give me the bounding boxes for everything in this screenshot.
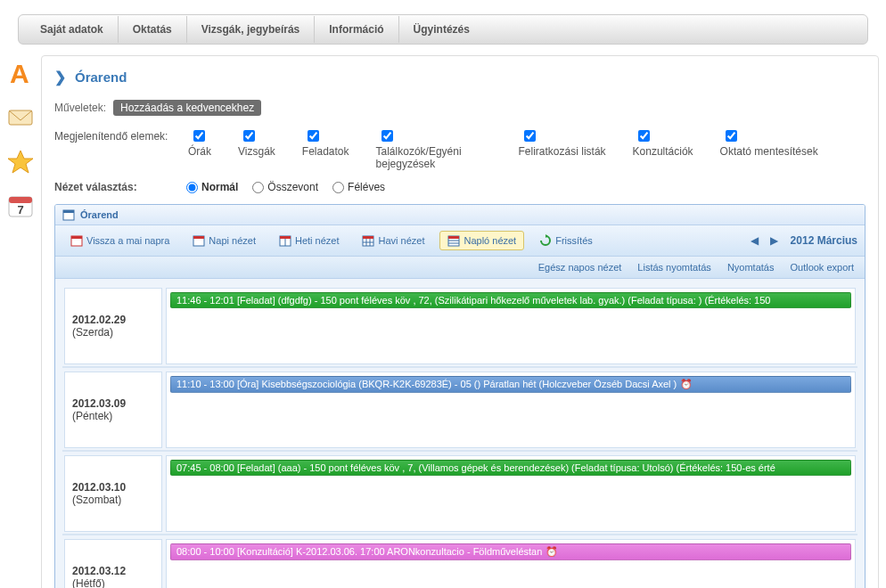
day-row: 2012.03.12(Hétfő)08:00 - 10:00 [Konzultá… — [62, 537, 857, 588]
view-radio[interactable] — [332, 182, 344, 193]
calendar-icon — [362, 234, 374, 247]
calendar-panel: Órarend Vissza a mai napra Napi nézet He… — [54, 204, 865, 588]
calendar-toolbar: Vissza a mai napra Napi nézet Heti nézet… — [55, 225, 865, 257]
view-radio-option[interactable]: Normál — [186, 181, 238, 193]
view-radio[interactable] — [252, 182, 264, 193]
event-bar[interactable]: 11:10 - 13:00 [Óra] Kisebbségszociológia… — [170, 376, 851, 393]
filter-label: Feladatok — [302, 145, 349, 158]
calendar-panel-title: Órarend — [55, 205, 865, 225]
calendar-icon — [70, 234, 83, 247]
event-bar[interactable]: 11:46 - 12:01 [Feladat] (dfgdfg) - 150 p… — [170, 292, 851, 308]
allday-view-button[interactable]: Egész napos nézet — [535, 260, 626, 274]
view-radio-option[interactable]: Összevont — [252, 181, 318, 193]
filter-option: Órák — [188, 130, 211, 170]
view-radio-label: Összevont — [267, 181, 318, 193]
view-radio-option[interactable]: Féléves — [332, 181, 385, 193]
filter-checkbox[interactable] — [193, 130, 205, 142]
star-icon[interactable] — [6, 148, 35, 176]
calendar-body: 2012.02.29(Szerda)11:46 - 12:01 [Feladat… — [55, 279, 865, 588]
filter-checkbox[interactable] — [524, 130, 536, 142]
day-view-button[interactable]: Napi nézet — [185, 231, 264, 250]
calendar-day-icon[interactable]: 7 — [6, 192, 35, 221]
view-select-label: Nézet választás: — [54, 181, 170, 193]
filter-row: Megjelenítendő elemek: ÓrákVizsgákFelada… — [54, 121, 865, 176]
week-view-button[interactable]: Heti nézet — [271, 231, 348, 250]
filter-checkbox[interactable] — [638, 130, 650, 142]
refresh-icon — [539, 234, 552, 247]
day-header-cell: 2012.03.09(Péntek) — [64, 372, 162, 448]
main-nav: Saját adatokOktatásVizsgák, jegybeírásIn… — [18, 14, 868, 45]
print-button[interactable]: Nyomtatás — [724, 260, 778, 274]
mail-icon[interactable] — [6, 103, 35, 132]
filter-option: Oktató mentesítések — [720, 130, 818, 170]
day-date: 2012.03.10 — [72, 481, 154, 494]
day-row: 2012.03.10(Szombat)07:45 - 08:00 [Felada… — [62, 453, 857, 535]
letter-a-icon[interactable]: A — [6, 59, 35, 87]
calendar-icon — [279, 234, 291, 247]
day-events-cell: 11:10 - 13:00 [Óra] Kisebbségszociológia… — [166, 372, 856, 448]
calendar-icon — [62, 208, 75, 221]
svg-rect-9 — [71, 236, 82, 239]
filter-option: Feliratkozási listák — [519, 130, 606, 170]
calendar-icon — [193, 234, 205, 247]
day-date: 2012.02.29 — [72, 314, 154, 326]
side-icon-bar: A 7 — [0, 52, 41, 588]
main-panel: ❯ Órarend Műveletek: Hozzáadás a kedvenc… — [41, 55, 879, 588]
next-period-button[interactable]: ▶ — [767, 233, 782, 248]
nav-item[interactable]: Ügyintézés — [399, 16, 484, 43]
nav-item[interactable]: Információ — [315, 16, 398, 43]
today-button[interactable]: Vissza a mai napra — [62, 231, 177, 250]
operations-label: Műveletek: — [54, 102, 106, 114]
day-events-cell: 07:45 - 08:00 [Feladat] (aaa) - 150 pont… — [166, 455, 856, 532]
filter-option: Találkozók/Egyéni bejegyzések — [376, 130, 492, 170]
day-events-cell: 08:00 - 10:00 [Konzultáció] K-2012.03.06… — [166, 539, 856, 588]
svg-rect-7 — [63, 210, 74, 213]
view-select-row: Nézet választás: NormálÖsszevontFéléves — [54, 176, 865, 204]
day-row: 2012.02.29(Szerda)11:46 - 12:01 [Feladat… — [62, 286, 857, 368]
day-weekday: (Hétfő) — [72, 577, 154, 588]
filter-option: Vizsgák — [238, 130, 275, 170]
filter-label: Órák — [188, 145, 211, 158]
filter-row-label: Megjelenítendő elemek: — [54, 130, 170, 170]
page-title: Órarend — [75, 69, 127, 85]
view-radio-label: Féléves — [348, 181, 385, 193]
day-date: 2012.03.12 — [72, 565, 154, 577]
filter-label: Találkozók/Egyéni bejegyzések — [376, 145, 492, 170]
filter-checkbox[interactable] — [726, 130, 737, 142]
day-weekday: (Péntek) — [72, 410, 154, 422]
filter-checkbox[interactable] — [308, 130, 319, 142]
page-header: ❯ Órarend — [54, 65, 865, 94]
filter-checkbox[interactable] — [381, 130, 393, 142]
nav-item[interactable]: Saját adatok — [26, 16, 119, 43]
svg-rect-13 — [280, 236, 291, 239]
filter-option: Konzultációk — [633, 130, 693, 170]
filter-label: Vizsgák — [238, 145, 275, 158]
svg-rect-4 — [9, 197, 32, 203]
clock-icon: ⏰ — [546, 546, 558, 558]
operations-row: Műveletek: Hozzáadás a kedvencekhez — [54, 94, 865, 121]
day-header-cell: 2012.03.10(Szombat) — [64, 455, 162, 532]
outlook-export-button[interactable]: Outlook export — [786, 260, 857, 274]
month-view-button[interactable]: Havi nézet — [354, 231, 432, 250]
print-list-button[interactable]: Listás nyomtatás — [634, 260, 715, 274]
day-weekday: (Szombat) — [72, 494, 154, 506]
filter-label: Feliratkozási listák — [519, 145, 606, 158]
view-radio-label: Normál — [201, 181, 238, 193]
filter-checkbox[interactable] — [243, 130, 255, 142]
calendar-icon — [447, 234, 460, 247]
calendar-subtoolbar: Egész napos nézet Listás nyomtatás Nyomt… — [55, 257, 865, 279]
day-row: 2012.03.09(Péntek)11:10 - 13:00 [Óra] Ki… — [62, 370, 857, 452]
event-bar[interactable]: 07:45 - 08:00 [Feladat] (aaa) - 150 pont… — [170, 460, 851, 476]
svg-text:7: 7 — [17, 203, 23, 216]
add-to-favorites-button[interactable]: Hozzáadás a kedvencekhez — [113, 100, 261, 116]
nav-item[interactable]: Vizsgák, jegybeírás — [187, 16, 316, 43]
refresh-button[interactable]: Frissítés — [531, 231, 601, 250]
diary-view-button[interactable]: Napló nézet — [439, 231, 524, 250]
prev-period-button[interactable]: ◀ — [748, 233, 762, 248]
event-bar[interactable]: 08:00 - 10:00 [Konzultáció] K-2012.03.06… — [170, 543, 851, 560]
nav-item[interactable]: Oktatás — [119, 16, 187, 43]
current-period: 2012 Március — [791, 234, 857, 247]
view-radio[interactable] — [186, 182, 198, 193]
svg-rect-16 — [363, 236, 373, 239]
day-events-cell: 11:46 - 12:01 [Feladat] (dfgdfg) - 150 p… — [166, 288, 856, 364]
